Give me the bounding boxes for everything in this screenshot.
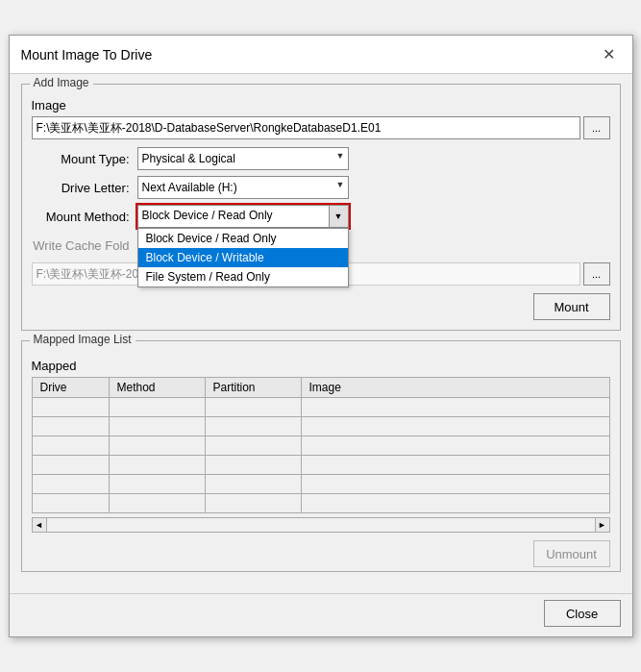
drive-letter-select-wrapper[interactable]: Next Available (H:) A: B: C: — [137, 176, 349, 199]
unmount-button-row: Unmount — [32, 540, 610, 567]
image-path-input[interactable] — [32, 116, 580, 139]
horizontal-scrollbar: ◄ ► — [32, 517, 610, 533]
dialog-title: Mount Image To Drive — [21, 47, 153, 62]
table-row — [32, 398, 609, 417]
table-row — [32, 494, 609, 513]
scroll-right-button[interactable]: ► — [595, 517, 610, 533]
drive-letter-row: Drive Letter: Next Available (H:) A: B: … — [32, 176, 610, 199]
dropdown-option-block-writable[interactable]: Block Device / Writable — [138, 248, 348, 267]
mount-method-value: Block Device / Read Only — [142, 209, 273, 222]
mapped-image-group: Mapped Image List Mapped Drive Method Pa… — [21, 340, 621, 572]
mount-method-display[interactable]: Block Device / Read Only ▼ — [137, 205, 349, 228]
mapped-table-header: Drive Method Partition Image — [32, 378, 609, 398]
close-footer-button[interactable]: Close — [544, 600, 621, 627]
scroll-track[interactable] — [47, 517, 595, 533]
write-cache-browse-button[interactable]: ... — [583, 262, 610, 286]
mount-type-select-wrapper[interactable]: Physical & Logical Physical Only Logical… — [137, 147, 349, 170]
mount-type-row: Mount Type: Physical & Logical Physical … — [32, 147, 610, 170]
main-dialog: Mount Image To Drive ✕ Add Image Image .… — [9, 35, 633, 637]
scroll-left-button[interactable]: ◄ — [32, 517, 47, 533]
mount-method-arrow-icon[interactable]: ▼ — [329, 206, 348, 227]
table-row — [32, 475, 609, 494]
mount-type-label: Mount Type: — [32, 152, 137, 166]
add-image-group: Add Image Image ... Mount Type: Physical… — [21, 84, 621, 331]
mount-method-dropdown-container: Block Device / Read Only ▼ Block Device … — [137, 205, 349, 228]
image-path-row: ... — [32, 116, 610, 139]
drive-letter-select[interactable]: Next Available (H:) A: B: C: — [137, 176, 349, 199]
dropdown-option-block-readonly[interactable]: Block Device / Read Only — [138, 229, 348, 248]
dialog-footer: Close — [10, 593, 632, 636]
mount-button-row: Mount — [32, 293, 610, 320]
dialog-body: Add Image Image ... Mount Type: Physical… — [10, 74, 632, 593]
dropdown-option-filesystem-readonly[interactable]: File System / Read Only — [138, 267, 348, 286]
mapped-table: Drive Method Partition Image — [32, 377, 610, 513]
add-image-group-label: Add Image — [30, 76, 93, 89]
mapped-image-group-label: Mapped Image List — [30, 333, 136, 346]
col-image: Image — [301, 378, 609, 398]
col-partition: Partition — [205, 378, 301, 398]
mapped-label: Mapped — [32, 359, 610, 373]
mount-method-row: Mount Method: Block Device / Read Only ▼… — [32, 205, 610, 228]
mount-type-select[interactable]: Physical & Logical Physical Only Logical… — [137, 147, 349, 170]
mapped-table-container: Mapped Drive Method Partition Image — [32, 359, 610, 513]
mount-method-label: Mount Method: — [32, 210, 137, 224]
table-row — [32, 456, 609, 475]
title-bar: Mount Image To Drive ✕ — [10, 36, 632, 74]
mapped-table-header-row: Drive Method Partition Image — [32, 378, 609, 398]
mapped-table-body — [32, 398, 609, 513]
window-close-button[interactable]: ✕ — [597, 43, 621, 65]
col-method: Method — [109, 378, 205, 398]
mount-button[interactable]: Mount — [533, 293, 610, 320]
image-browse-button[interactable]: ... — [583, 116, 610, 139]
table-row — [32, 436, 609, 456]
col-drive: Drive — [32, 378, 109, 398]
unmount-button[interactable]: Unmount — [533, 540, 610, 567]
mount-method-dropdown-list: Block Device / Read Only Block Device / … — [137, 228, 349, 287]
write-cache-label: Write Cache Fold — [32, 238, 137, 253]
image-field-label: Image — [32, 98, 610, 112]
table-row — [32, 417, 609, 436]
drive-letter-label: Drive Letter: — [32, 181, 137, 195]
